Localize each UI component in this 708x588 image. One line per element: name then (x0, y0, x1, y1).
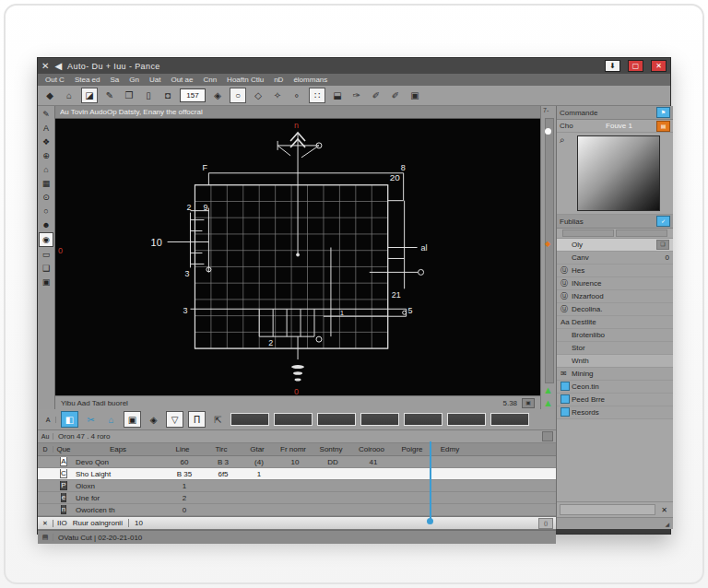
active-row-icon[interactable]: ✕ (38, 520, 53, 527)
draw-icon[interactable]: ◧ (61, 411, 78, 428)
resize-grip-icon[interactable]: ◢ (665, 521, 669, 527)
vertical-scrollbar[interactable]: 7- ◆ ▲ ▲ (540, 106, 556, 409)
diamond-icon[interactable]: ◈ (210, 88, 225, 102)
menu-item-9[interactable]: élommans (293, 76, 327, 84)
panel-input-field[interactable] (560, 504, 655, 515)
menu-item-2[interactable]: Sa (110, 76, 119, 84)
column-header-eaps[interactable]: Eaps (74, 445, 162, 453)
column-header-edmy[interactable]: Edmy (431, 445, 468, 453)
families-item-stor[interactable]: Stor (557, 342, 673, 355)
column-splitter[interactable] (557, 229, 673, 239)
toolbar-segment[interactable] (490, 413, 529, 426)
magnifier-icon[interactable]: ⌕ (560, 135, 565, 146)
families-item-ceon-tin[interactable]: Ceon.tin (557, 381, 673, 394)
menu-item-8[interactable]: nD (274, 76, 283, 84)
status-box-icon[interactable]: ▣ (522, 398, 535, 408)
move-icon[interactable]: ⇱ (210, 412, 226, 427)
toolbar-segment[interactable] (360, 413, 399, 426)
funnel-icon[interactable]: ▽ (166, 411, 183, 428)
column-header-coirooo[interactable]: Coirooo (350, 445, 393, 453)
circle-tool-icon[interactable]: ○ (230, 88, 246, 103)
table-row[interactable]: ADevo Qon60B 3(4)10DD41 (38, 456, 556, 468)
column-header-gtar[interactable]: Gtar (240, 445, 275, 453)
circle-icon[interactable]: ○ (40, 205, 53, 218)
families-item-resords[interactable]: Resords (557, 406, 673, 419)
families-item-destlite[interactable]: AaDestlite (557, 316, 673, 329)
pen2-icon[interactable]: ✐ (388, 88, 403, 102)
column-header-sontny[interactable]: Sontny (312, 445, 350, 453)
home-icon[interactable]: ⌂ (62, 88, 77, 102)
scale-value[interactable]: 157 (180, 88, 206, 102)
menu-item-6[interactable]: Cnn (203, 76, 217, 84)
column-header-tirc[interactable]: Tirc (203, 445, 240, 453)
image-icon[interactable]: ▦ (40, 177, 53, 190)
note-icon[interactable]: ▣ (407, 88, 422, 102)
orange-badge-icon[interactable]: ▤ (656, 121, 670, 132)
page-icon[interactable]: ❏ (656, 240, 669, 250)
panel-header-icon[interactable] (542, 431, 553, 441)
pen-icon[interactable]: ✐ (369, 88, 384, 102)
camera-icon[interactable]: ⬓ (330, 88, 345, 102)
column-header-line[interactable]: Line (162, 445, 203, 453)
flag-icon[interactable]: ⚑ (656, 107, 670, 118)
compass-icon[interactable]: ❖ (40, 135, 53, 148)
door-icon[interactable]: ▯ (141, 88, 156, 102)
toolbar-segment[interactable] (447, 413, 486, 426)
menu-item-1[interactable]: Stea ed (75, 76, 100, 84)
checkbox-icon[interactable]: ◪ (81, 88, 98, 103)
active-row-end-icon[interactable]: ⟨⟩ (538, 518, 553, 529)
menu-item-3[interactable]: Gn (129, 76, 139, 84)
column-header-poigre[interactable]: Poigre (393, 445, 431, 453)
green-arrow-icon[interactable]: ▲ (543, 385, 553, 394)
table-row[interactable]: nOworicen th0 (38, 504, 556, 516)
toolbar-segment[interactable] (230, 413, 269, 426)
diamond-icon[interactable]: ◈ (146, 412, 161, 427)
image2-icon[interactable]: ▣ (40, 276, 53, 288)
families-item-peed-brre[interactable]: Peed Brre (557, 394, 673, 406)
table-row[interactable]: POioxn1 (38, 480, 556, 492)
scrollbar-track[interactable] (545, 118, 554, 383)
circle-e-icon[interactable]: ⊕ (40, 149, 53, 162)
hand-pen-icon[interactable]: ✑ (349, 88, 364, 102)
text-tool-icon[interactable]: A (40, 122, 53, 135)
home-arrow-icon[interactable]: ⌂ (103, 412, 119, 427)
panel-close-icon[interactable]: ✕ (658, 505, 670, 515)
table-scrollbar-thumb[interactable] (430, 441, 431, 523)
green-arrow2-icon[interactable]: ▲ (543, 398, 553, 407)
eraser-icon[interactable]: ◆ (42, 88, 57, 102)
eye-icon[interactable]: ◉ (39, 232, 53, 247)
toolbar-segment[interactable] (317, 413, 356, 426)
layers-icon[interactable]: ❑ (40, 262, 53, 275)
gradient-swatch[interactable] (577, 135, 660, 211)
copy-icon[interactable]: ❐ (122, 88, 136, 102)
families-item-canv[interactable]: Canv0 (557, 252, 673, 265)
families-item-brotenlibo[interactable]: Brotenlibo (557, 329, 673, 342)
status-rail-icon[interactable]: ▤ (38, 534, 53, 541)
scissors-icon[interactable]: ✂ (83, 412, 99, 427)
families-item-oly[interactable]: Oly❏ (557, 239, 673, 252)
monitor-icon[interactable]: ▭ (40, 248, 53, 261)
pencil-icon[interactable]: ✎ (40, 108, 53, 121)
hatch-icon[interactable]: ◇ (251, 88, 266, 102)
families-item-wnth[interactable]: Wnth (557, 355, 673, 368)
families-item-inzarfood[interactable]: ⓤINzarfood (557, 290, 673, 303)
drawing-canvas[interactable]: F82029103al213512n00 (55, 119, 540, 395)
restore-button[interactable]: ▢ (628, 60, 643, 72)
scrollbar-thumb[interactable] (545, 128, 551, 135)
point-icon[interactable]: ∘ (289, 88, 304, 102)
jar-icon[interactable]: ◘ (160, 88, 175, 102)
check-icon[interactable]: ✓ (656, 216, 670, 227)
toolbar-segment[interactable] (274, 413, 313, 426)
pencil-icon[interactable]: ✎ (102, 88, 117, 102)
cho-row[interactable]: Cho Fouve 1 ▤ (557, 120, 673, 133)
close-icon[interactable]: ✕ (41, 62, 49, 71)
snap-icon[interactable]: ✧ (270, 88, 285, 102)
download-button[interactable]: ⬇ (605, 60, 620, 72)
families-item-inurence[interactable]: ⓤINurence (557, 277, 673, 290)
column-header-fr-nomr[interactable]: Fr nomr (275, 445, 312, 453)
home-icon[interactable]: ⌂ (40, 163, 53, 176)
active-table-row[interactable]: ✕ IIO Ruur oaingronii 10 ⟨⟩ (38, 516, 556, 530)
table-row[interactable]: eUne for2 (38, 492, 556, 504)
menu-item-0[interactable]: Out C (45, 76, 65, 84)
families-item-decolina-[interactable]: ⓤDecolina. (557, 303, 673, 316)
